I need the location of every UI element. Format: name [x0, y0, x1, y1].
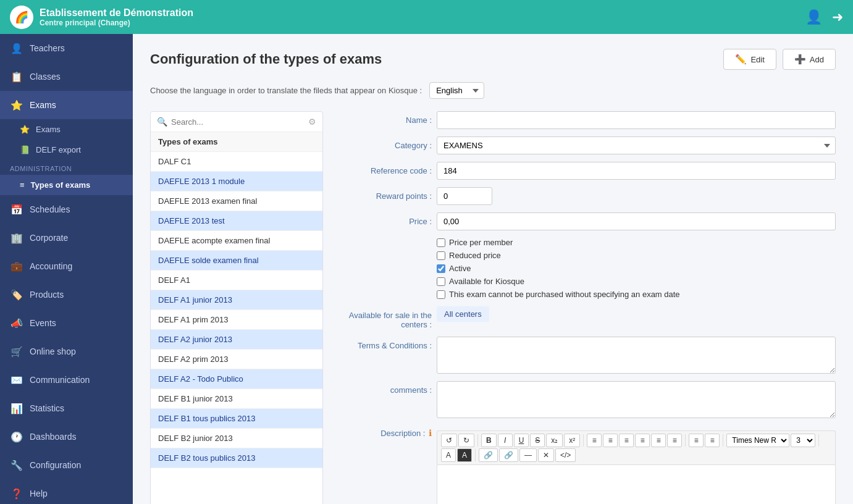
toolbar-align-right[interactable]: ≡	[619, 434, 634, 447]
add-button[interactable]: ➕ Add	[783, 49, 836, 70]
toolbar-bg-color[interactable]: A	[457, 448, 472, 462]
reduced-price-checkbox[interactable]	[437, 251, 445, 260]
sidebar-item-classes[interactable]: 📋 Classes	[0, 62, 133, 91]
list-item[interactable]: DELF A2 prim 2013	[151, 350, 322, 369]
sidebar-item-configuration[interactable]: 🔧 Configuration	[0, 451, 133, 479]
sidebar-subitem-exams[interactable]: ⭐ Exams	[0, 119, 133, 140]
sidebar-label-exams: Exams	[30, 100, 56, 110]
toolbar-indent-more[interactable]: ≡	[667, 434, 682, 447]
description-label: Description : ℹ	[333, 426, 432, 438]
toolbar-unordered-list[interactable]: ≡	[689, 434, 704, 447]
toolbar-bold[interactable]: B	[481, 434, 497, 447]
list-item[interactable]: DELF B2 junior 2013	[151, 429, 322, 448]
list-item[interactable]: DAEFLE 2013 1 module	[151, 172, 322, 191]
sidebar-item-statistics[interactable]: 📊 Statistics	[0, 394, 133, 422]
toolbar-sep-6	[475, 449, 476, 461]
list-item[interactable]: DAEFLE 2013 examen final	[151, 191, 322, 211]
sidebar-subitem-types-of-exams[interactable]: ≡ Types of exams	[0, 175, 133, 195]
list-item[interactable]: DAEFLE 2013 test	[151, 211, 322, 231]
toolbar-justify[interactable]: ≡	[635, 434, 650, 447]
accounting-icon: 💼	[10, 259, 23, 273]
edit-button[interactable]: ✏️ Edit	[723, 49, 776, 70]
sidebar-item-online-shop[interactable]: 🛒 Online shop	[0, 337, 133, 366]
toolbar-ordered-list[interactable]: ≡	[705, 434, 720, 447]
sidebar-subitem-delf-export[interactable]: 📗 DELF export	[0, 140, 133, 160]
user-icon[interactable]: 👤	[805, 9, 822, 25]
org-subtitle: Centre principal (Change)	[40, 19, 193, 27]
list-item[interactable]: DELF A1 prim 2013	[151, 310, 322, 330]
comments-textarea[interactable]	[437, 381, 836, 418]
list-item[interactable]: DELF A1 junior 2013	[151, 290, 322, 310]
logout-icon[interactable]: ➜	[832, 9, 843, 25]
add-icon: ➕	[794, 54, 806, 65]
price-input[interactable]	[437, 212, 836, 230]
toolbar-undo[interactable]: ↺	[441, 434, 457, 447]
sidebar-item-events[interactable]: 📣 Events	[0, 309, 133, 337]
toolbar-superscript[interactable]: x²	[564, 434, 580, 447]
toolbar-strikethrough[interactable]: S	[530, 434, 545, 447]
search-input[interactable]	[171, 117, 305, 127]
comments-row: comments :	[333, 381, 836, 418]
language-select[interactable]: English French Spanish	[429, 82, 484, 99]
list-item[interactable]: DELF A2 junior 2013	[151, 330, 322, 350]
sidebar-label-teachers: Teachers	[30, 43, 65, 53]
list-item[interactable]: DELF A1	[151, 271, 322, 290]
list-header: Types of exams	[151, 132, 322, 152]
sidebar-item-schedules[interactable]: 📅 Schedules	[0, 195, 133, 224]
reward-points-input[interactable]	[437, 187, 492, 205]
list-item[interactable]: DALF C1	[151, 152, 322, 172]
toolbar-redo[interactable]: ↻	[458, 434, 474, 447]
list-item[interactable]: DAEFLE solde examen final	[151, 251, 322, 271]
edit-icon: ✏️	[735, 54, 747, 65]
list-item[interactable]: DELF B2 tous publics 2013	[151, 448, 322, 468]
toolbar-source[interactable]: </>	[555, 448, 576, 462]
sidebar-item-corporate[interactable]: 🏢 Corporate	[0, 224, 133, 252]
sidebar-item-communication[interactable]: ✉️ Communication	[0, 366, 133, 394]
reference-code-input[interactable]	[437, 162, 836, 180]
no-date-checkbox[interactable]	[437, 290, 445, 299]
sidebar-item-exams[interactable]: ⭐ Exams	[0, 91, 133, 119]
terms-textarea[interactable]	[437, 337, 836, 374]
toolbar-indent-less[interactable]: ≡	[651, 434, 666, 447]
sidebar-item-accounting[interactable]: 💼 Accounting	[0, 252, 133, 280]
toolbar-link[interactable]: 🔗	[479, 448, 498, 462]
toolbar-hr[interactable]: —	[519, 448, 537, 462]
description-editor-area[interactable]	[437, 464, 836, 504]
toolbar-unlink[interactable]: 🔗	[499, 448, 518, 462]
toolbar-font-size[interactable]: 3 1245	[791, 434, 815, 447]
org-change-link[interactable]: (Change)	[98, 19, 130, 27]
toolbar-font-color[interactable]: A	[441, 448, 456, 462]
category-select[interactable]: EXAMENS DELF DALF	[437, 136, 836, 154]
active-checkbox[interactable]	[437, 264, 445, 273]
list-item[interactable]: DAEFLE acompte examen final	[151, 231, 322, 251]
sidebar-label-schedules: Schedules	[30, 204, 70, 214]
toolbar-italic[interactable]: I	[498, 434, 513, 447]
toolbar-clear[interactable]: ✕	[538, 448, 554, 462]
toolbar-underline[interactable]: U	[514, 434, 529, 447]
add-label: Add	[810, 55, 824, 64]
top-header: 🌈 Etablissement de Démonstration Centre …	[0, 0, 853, 34]
name-input[interactable]	[437, 111, 836, 129]
exams-icon: ⭐	[10, 98, 23, 112]
list-panel: 🔍 ⚙ Types of exams DALF C1DAEFLE 2013 1 …	[150, 111, 323, 504]
toolbar-align-left[interactable]: ≡	[587, 434, 602, 447]
editor-toolbar: ↺ ↻ B I U S x₂ x² ≡ ≡ ≡	[437, 430, 836, 464]
available-kiosque-label: Available for Kiosque	[449, 277, 524, 286]
sidebar-item-teachers[interactable]: 👤 Teachers	[0, 34, 133, 62]
checkbox-group: Price per member Reduced price Active	[437, 238, 680, 299]
sidebar-item-help[interactable]: ❓ Help	[0, 479, 133, 504]
sidebar-item-products[interactable]: 🏷️ Products	[0, 280, 133, 309]
toolbar-subscript[interactable]: x₂	[546, 434, 563, 447]
list-item[interactable]: DELF A2 - Todo Publico	[151, 369, 322, 389]
sidebar-item-dashboards[interactable]: 🕐 Dashboards	[0, 422, 133, 451]
available-kiosque-checkbox[interactable]	[437, 277, 445, 286]
list-item[interactable]: DELF C1 tous publics 2013	[151, 468, 322, 473]
list-item[interactable]: DELF B1 junior 2013	[151, 389, 322, 409]
checkboxes-row: Price per member Reduced price Active	[333, 238, 836, 299]
list-item[interactable]: DELF B1 tous publics 2013	[151, 409, 322, 429]
price-per-member-checkbox[interactable]	[437, 238, 445, 247]
toolbar-font-family[interactable]: default Times New R	[726, 434, 789, 447]
filter-icon[interactable]: ⚙	[308, 117, 316, 127]
toolbar-align-center[interactable]: ≡	[603, 434, 618, 447]
statistics-icon: 📊	[10, 401, 23, 415]
